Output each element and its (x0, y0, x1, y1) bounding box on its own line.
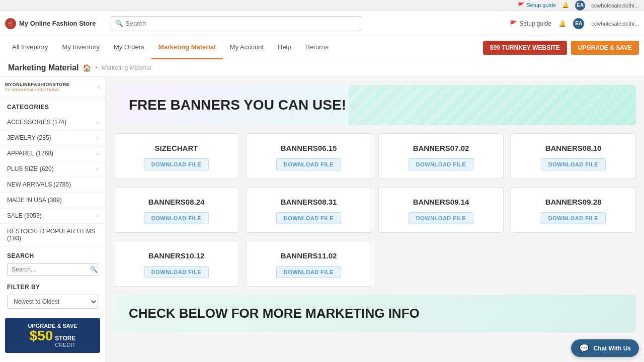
content-area: FREE BANNERS YOU CAN USE! SIZECHART DOWN… (106, 77, 644, 362)
sidebar-item-made-in-usa[interactable]: MADE IN USA (309) (0, 193, 105, 208)
top-bar: 🚩 Setup guide 🔔 EA ccwholesaleclothi... (0, 0, 644, 11)
banner-card-07-02: BANNERS07.02 DOWNLOAD FILE (378, 133, 504, 179)
download-banners0914-button[interactable]: DOWNLOAD FILE (409, 212, 473, 224)
chevron-right-icon: › (96, 119, 98, 125)
banner-card-10-12: BANNERS10.12 DOWNLOAD FILE (114, 241, 239, 287)
nav-help[interactable]: Help (271, 36, 298, 59)
sidebar-item-plus-size[interactable]: PLUS SIZE (620) › (0, 161, 105, 177)
search-bar[interactable]: 🔍 (111, 16, 362, 31)
chat-icon: 💬 (579, 343, 589, 353)
sidebar-upgrade-banner[interactable]: UPGRADE & SAVE $50 STORE CREDIT (5, 318, 100, 353)
turnkey-website-button[interactable]: $99 TURNKEY WEBSITE (483, 41, 567, 55)
check-below-title: CHECK BELOW FOR MORE MARKETING INFO (129, 306, 621, 321)
setup-guide-button[interactable]: 🚩 Setup guide (510, 20, 551, 27)
banner-title: BANNERS08.24 (148, 198, 205, 206)
sidebar-search-input[interactable] (12, 266, 87, 273)
download-banners0824-button[interactable]: DOWNLOAD FILE (144, 212, 209, 224)
nav-my-inventory[interactable]: My Inventory (55, 36, 107, 59)
sidebar-search-box[interactable]: 🔍 (7, 263, 98, 276)
main-layout: MYONLINEFASHIONSTORE CC WHOLESALE CLOTHI… (0, 77, 644, 362)
sidebar-search-section: SEARCH 🔍 (0, 246, 105, 280)
store-name: My Online Fashion Store (19, 20, 96, 27)
download-banners0702-button[interactable]: DOWNLOAD FILE (409, 158, 473, 170)
nav-returns[interactable]: Returns (298, 36, 336, 59)
breadcrumb: Marketing Material 🏠 • Marketing Materia… (0, 59, 644, 77)
sidebar-item-apparel[interactable]: APPAREL (1768) › (0, 146, 105, 161)
banner-title: BANNERS08.31 (281, 198, 337, 206)
upgrade-store: STORE (55, 335, 75, 342)
banner-card-09-28: BANNERS09.28 DOWNLOAD FILE (511, 187, 636, 233)
nav-bar: All Inventory My Inventory My Orders Mar… (0, 36, 644, 59)
free-banners-header: FREE BANNERS YOU CAN USE! (114, 85, 636, 125)
sidebar-item-accessories[interactable]: ACCESSORIES (174) › (0, 115, 105, 130)
banner-grid-row1: SIZECHART DOWNLOAD FILE BANNERS06.15 DOW… (114, 133, 636, 179)
user-initials: EA (573, 18, 584, 29)
nav-marketing-material[interactable]: Marketing Material (151, 36, 223, 59)
chat-widget[interactable]: 💬 Chat With Us (571, 339, 639, 357)
sidebar-item-sale[interactable]: SALE (3053) › (0, 208, 105, 224)
nav-all-inventory[interactable]: All Inventory (5, 36, 55, 59)
download-banners1102-button[interactable]: DOWNLOAD FILE (276, 266, 341, 278)
bell-icon: 🔔 (558, 20, 566, 27)
download-banners0928-button[interactable]: DOWNLOAD FILE (541, 212, 606, 224)
banner-card-11-02: BANNERS11.02 DOWNLOAD FILE (246, 241, 371, 287)
upgrade-credit: CREDIT (55, 342, 75, 348)
banner-card-08-31: BANNERS08.31 DOWNLOAD FILE (246, 187, 371, 233)
banner-card-08-24: BANNERS08.24 DOWNLOAD FILE (114, 187, 239, 233)
nav-items: All Inventory My Inventory My Orders Mar… (0, 36, 335, 59)
search-input[interactable] (125, 20, 358, 27)
filter-select[interactable]: Newest to Oldest Oldest to Newest Price:… (7, 295, 98, 309)
home-icon[interactable]: 🏠 (83, 64, 91, 72)
banner-title: BANNERS09.28 (545, 198, 602, 206)
breadcrumb-separator: • (95, 64, 97, 71)
breadcrumb-current: Marketing Material (102, 64, 151, 71)
banner-card-08-10: BANNERS08.10 DOWNLOAD FILE (511, 133, 636, 179)
setup-guide-link[interactable]: 🚩 Setup guide (518, 2, 556, 9)
chevron-right-icon: › (96, 166, 98, 172)
upgrade-save-button[interactable]: UPGRADE & SAVE (571, 41, 639, 55)
filter-title: FILTER BY (7, 284, 98, 291)
download-banners0810-button[interactable]: DOWNLOAD FILE (541, 158, 606, 170)
banner-title: BANNERS08.10 (545, 144, 602, 152)
banner-card-06-15: BANNERS06.15 DOWNLOAD FILE (246, 133, 371, 179)
search-section-title: SEARCH (7, 252, 98, 259)
user-initials-badge: EA (575, 1, 585, 11)
download-banners1012-button[interactable]: DOWNLOAD FILE (144, 266, 209, 278)
categories-title: CATEGORIES (0, 98, 105, 115)
banner-title: BANNERS09.14 (413, 198, 469, 206)
upgrade-amount: $50 (30, 329, 53, 343)
banner-title: BANNERS10.12 (148, 251, 205, 260)
sidebar-logo-text: MYONLINEFASHIONSTORE (5, 82, 69, 87)
search-prefix-icon: 🔍 (115, 20, 123, 27)
nav-my-orders[interactable]: My Orders (107, 36, 151, 59)
sidebar-item-restocked[interactable]: RESTOCKED POPULAR ITEMS (193) (0, 224, 105, 246)
sidebar: MYONLINEFASHIONSTORE CC WHOLESALE CLOTHI… (0, 77, 106, 362)
sidebar-item-jewelry[interactable]: JEWELRY (285) › (0, 130, 105, 146)
notification-bell[interactable]: 🔔 (558, 20, 566, 27)
page-title: Marketing Material (8, 63, 78, 72)
chevron-right-icon: › (96, 135, 98, 141)
download-sizechart-button[interactable]: DOWNLOAD FILE (144, 158, 209, 170)
banner-title: BANNERS11.02 (281, 251, 337, 260)
store-logo-area: 🛒 My Online Fashion Store (5, 18, 106, 29)
chevron-right-icon: › (96, 150, 98, 156)
sidebar-collapse-icon[interactable]: ‹ (98, 83, 100, 90)
chat-label: Chat With Us (593, 345, 631, 352)
flag-icon: 🚩 (510, 20, 517, 27)
banner-grid-row3: BANNERS10.12 DOWNLOAD FILE BANNERS11.02 … (114, 241, 636, 287)
notification-icon[interactable]: 🔔 (562, 2, 569, 9)
sidebar-logo: MYONLINEFASHIONSTORE CC WHOLESALE CLOTHI… (0, 77, 105, 98)
header-right: 🚩 Setup guide 🔔 EA ccwholesaleclothi... (510, 18, 639, 29)
nav-my-account[interactable]: My Account (223, 36, 271, 59)
free-banners-title: FREE BANNERS YOU CAN USE! (129, 97, 346, 113)
sidebar-item-new-arrivals[interactable]: NEW ARRIVALS (2785) (0, 177, 105, 193)
sidebar-search-icon: 🔍 (90, 266, 98, 273)
store-icon: 🛒 (5, 18, 16, 29)
download-banners0615-button[interactable]: DOWNLOAD FILE (276, 158, 341, 170)
sidebar-logo-sub: CC WHOLESALE CLOTHING (5, 87, 69, 92)
banner-card-09-14: BANNERS09.14 DOWNLOAD FILE (378, 187, 504, 233)
download-banners0831-button[interactable]: DOWNLOAD FILE (276, 212, 341, 224)
check-below-banner: CHECK BELOW FOR MORE MARKETING INFO (114, 295, 636, 332)
banner-card-sizechart: SIZECHART DOWNLOAD FILE (114, 133, 239, 179)
user-avatar[interactable]: EA (573, 18, 584, 29)
